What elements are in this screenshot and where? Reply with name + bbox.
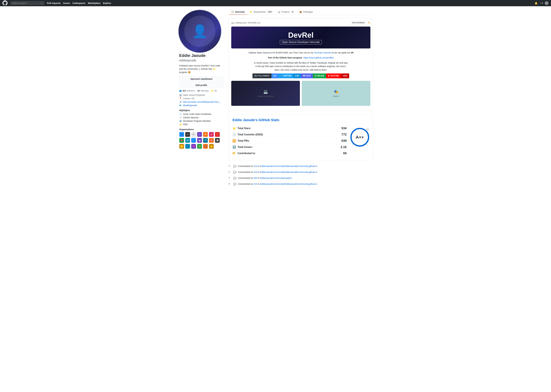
create-menu[interactable]: ＋▾	[540, 2, 543, 5]
youtube-badge-count: 142K	[341, 73, 349, 78]
org-7[interactable]: 🔴	[215, 132, 220, 137]
followers-badge-label: FOLLOWERS	[253, 73, 271, 78]
org-4[interactable]: ⬡	[197, 132, 202, 137]
nav-pull-requests[interactable]: Pull requests	[47, 2, 61, 4]
issues-stat-icon: ℹ️	[233, 145, 236, 149]
activity-link-4b[interactable]: EddieJaoudeCommunity/EddieJaoudeCommunit…	[260, 183, 317, 185]
nav-marketplace[interactable]: Marketplace	[88, 2, 100, 4]
org-8[interactable]: 🟤	[179, 138, 184, 143]
tab-projects[interactable]: 📊 Projects 3	[275, 9, 297, 15]
website-link[interactable]: http://youtube.com/eddiejaoude?sub_...	[183, 101, 221, 103]
youtube-badge-label: ▶ YOUTUBE	[326, 73, 341, 78]
tab-overview[interactable]: 📋 Overview	[229, 9, 247, 15]
activity-item-4: 4. 💬 Commented on #15 in EddieJaoudeComm…	[229, 181, 373, 187]
activity-link-3b[interactable]: EddieJaoudeCommunity/support	[260, 177, 292, 179]
twitter-icon: 🐦	[179, 104, 182, 107]
profile-tabs: 📋 Overview 📁 Repositories 242 📊 Projects…	[229, 9, 373, 15]
org-18[interactable]: 🟩	[197, 144, 202, 149]
org-20[interactable]: ⭐	[209, 144, 214, 149]
send-feedback-button[interactable]: Send feedback	[350, 21, 367, 25]
readme-card: 📖 eddiejaoude / README.md Send feedback …	[229, 18, 373, 111]
stat-commits: 🕐 Total Commits (2020): 772	[233, 132, 347, 138]
org-6[interactable]: ⚡	[209, 132, 214, 137]
banner-subtitle: Open Source Developer Advocate	[280, 40, 322, 44]
twitter-link[interactable]: @eddiejaoude	[183, 104, 197, 107]
github-stats-card: Eddie Jaoude's GitHub Stats ⭐ Total Star…	[229, 114, 373, 160]
org-3[interactable]: ✂	[191, 132, 196, 137]
main-content: 📋 Overview 📁 Repositories 242 📊 Projects…	[229, 9, 373, 187]
org-13[interactable]: 🎯	[209, 138, 214, 143]
highlights-title: Highlights	[179, 109, 224, 112]
youtube-channel-link[interactable]: YouTube channel	[314, 51, 331, 54]
tab-packages[interactable]: 📦 Packages	[297, 9, 315, 15]
edit-pencil-icon[interactable]: ✏️	[368, 21, 370, 24]
follow-stats: 👥 814 followers · 42 following · ⭐ 89	[179, 90, 224, 92]
org-19[interactable]: 🟫	[203, 144, 208, 149]
nav-links: Pull requests Issues Codespaces Marketpl…	[47, 2, 111, 4]
tab-repositories[interactable]: 📁 Repositories 242	[247, 9, 275, 15]
edit-profile-button[interactable]: Edit profile	[179, 83, 224, 88]
activity-item-1: 1. 💬 Commented on #19 in EddieJaoudeComm…	[229, 163, 373, 169]
repos-badge: 242	[267, 11, 273, 13]
activity-item-2: 2. 💬 Commented on #19 in EddieJaoudeComm…	[229, 169, 373, 175]
followers-icon: 👥	[179, 90, 182, 92]
stars-count: 89	[214, 90, 217, 92]
contributed-stat-value: 65	[343, 151, 347, 155]
nav-codespaces[interactable]: Codespaces	[72, 2, 85, 4]
building-icon: 🏢	[179, 94, 182, 96]
org-2[interactable]: 🎮	[185, 132, 190, 137]
stars-link[interactable]: https://stars.github.com/profiles	[304, 56, 334, 59]
repos-icon: 📁	[250, 11, 252, 13]
followers-badge-count: 814	[271, 73, 278, 78]
stars-stat-icon: ⭐	[233, 126, 236, 130]
org-11[interactable]: ▦	[197, 138, 202, 143]
stars-icon: ⭐	[211, 90, 213, 92]
org-10[interactable]: 🔷	[191, 138, 196, 143]
activity-link-1a[interactable]: #19	[254, 165, 257, 168]
meta-list: 🏢 Open Source Engineer 📍 London, UK 🔗 ht…	[179, 94, 224, 107]
activity-link-3a[interactable]: #83	[254, 177, 257, 179]
nav-logo	[2, 0, 7, 6]
highlight-developer: ⚙️ Developer Program Member	[179, 120, 224, 122]
org-5[interactable]: W	[203, 132, 208, 137]
profile-avatar: 👤	[178, 9, 222, 53]
activity-link-2a[interactable]: #19	[254, 171, 257, 173]
activity-link-1b[interactable]: EddieJaoudeCommunity/EddieJaoudeCommunit…	[260, 165, 317, 168]
org-12[interactable]: 🐬	[203, 138, 208, 143]
banner-content: DevRel Open Source Developer Advocate	[280, 31, 322, 44]
chat-badge-count: 31 ONLINE	[313, 73, 326, 78]
search-shortcut: /	[41, 2, 43, 4]
readme-stars: Part of the GitHub Stars program https:/…	[231, 56, 370, 59]
org-15[interactable]: 🟨	[179, 144, 184, 149]
org-14[interactable]: 🔲	[215, 138, 220, 143]
issues-stat-value: 2.1k	[340, 145, 347, 149]
search-box[interactable]: Search or jump to... /	[10, 1, 44, 5]
nav-explore[interactable]: Explore	[103, 2, 111, 4]
org-17[interactable]: 🟪	[191, 144, 196, 149]
projects-badge: 3	[291, 11, 294, 13]
sponsors-dashboard-button[interactable]: Sponsors dashboard	[179, 77, 224, 81]
readme-header: 📖 eddiejaoude / README.md Send feedback …	[231, 21, 370, 25]
activity-link-2b[interactable]: EddieJaoudeCommunity/EddieJaoudeCommunit…	[260, 171, 317, 173]
pro-icon: ⭐	[179, 123, 182, 126]
stats-table: ⭐ Total Stars: 534 🕐 Total Commits (2020…	[233, 125, 347, 156]
stat-issues: ℹ️ Total Issues: 2.1k	[233, 144, 347, 150]
activity-link-4a[interactable]: #15	[254, 183, 257, 185]
meta-company: 🏢 Open Source Engineer	[179, 94, 224, 96]
user-avatar-nav[interactable]	[545, 1, 549, 5]
notifications-bell[interactable]: 🔔	[535, 2, 538, 5]
org-1[interactable]: S	[179, 132, 184, 137]
stat-prs: 🔀 Total PRs: 639	[233, 138, 347, 144]
org-16[interactable]: 🔵	[185, 144, 190, 149]
readme-banner: DevRel Open Source Developer Advocate	[231, 27, 370, 49]
followers-link[interactable]: 814	[183, 90, 186, 92]
org-9[interactable]: M	[185, 138, 190, 143]
prs-stat-icon: 🔀	[233, 139, 236, 143]
highlights-list: ❄️ Arctic Code Vault Contributor 🤍 GitHu…	[179, 113, 224, 126]
twitter-badge-count: 3.4K	[293, 73, 301, 78]
profile-bio: Fullstack open source DevRel! I love cod…	[179, 64, 224, 74]
nav-issues[interactable]: Issues	[63, 2, 70, 4]
following-link[interactable]: 42	[198, 90, 200, 92]
stat-stars: ⭐ Total Stars: 534	[233, 125, 347, 132]
twitter-badge-label: 🐦 TWITTER	[278, 73, 293, 78]
